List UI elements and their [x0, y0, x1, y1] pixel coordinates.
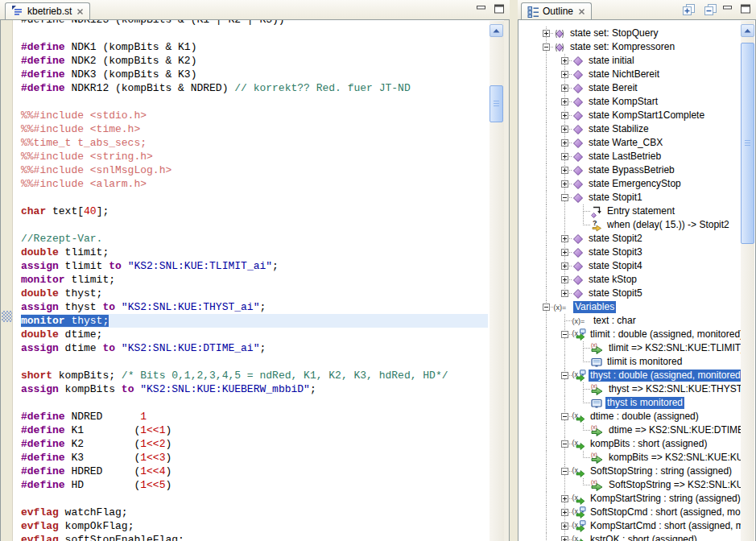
expander-icon[interactable]: [561, 440, 568, 448]
code-line[interactable]: monitor tlimit;: [21, 273, 488, 287]
expander-icon[interactable]: [561, 249, 568, 256]
outline-item[interactable]: state KompStart1Complete: [518, 109, 741, 122]
code-line[interactable]: //Rezept-Var.: [21, 232, 488, 246]
expand-all-icon[interactable]: [681, 2, 697, 17]
editor-scrollbar[interactable]: [490, 21, 504, 541]
outline-item[interactable]: state Stopit1: [518, 191, 741, 204]
code-line[interactable]: evflag watchFlag;: [21, 506, 488, 519]
code-line[interactable]: %%#include <alarm.h>: [21, 177, 488, 191]
code-line[interactable]: double thyst;: [21, 287, 488, 300]
code-line[interactable]: [21, 218, 488, 232]
code-line[interactable]: #define K3 (1<<3): [21, 451, 488, 465]
code-line[interactable]: short kompBits; /* Bits 0,1,2,3,4,5 = nd…: [21, 369, 488, 382]
code-line[interactable]: %%time_t t_abs_secs;: [21, 136, 488, 150]
expander-icon[interactable]: [561, 85, 568, 92]
code-line[interactable]: %%#include <string.h>: [21, 150, 488, 163]
code-line[interactable]: assign kompBits to "KS2:SNL:KUE:KUEBERW_…: [21, 382, 488, 396]
code-line[interactable]: #define HD (1<<5): [21, 478, 488, 492]
outline-item[interactable]: state Stabilize: [518, 122, 741, 136]
code-line[interactable]: %%#include <snlMsgLog.h>: [21, 163, 488, 177]
outline-item[interactable]: ?when (delay( 15.)) -> Stopit2: [518, 218, 741, 232]
outline-item[interactable]: (xdtime : double (assigned): [518, 410, 741, 423]
outline-item[interactable]: state EmergencyStop: [518, 177, 741, 191]
outline-item[interactable]: (xtlimit : double (assigned, monitored): [518, 328, 741, 341]
outline-item[interactable]: state KompStart: [518, 95, 741, 109]
outline-item[interactable]: state Bereit: [518, 81, 741, 95]
code-line[interactable]: [21, 492, 488, 506]
editor-tab[interactable]: kbetrieb.st: [5, 2, 90, 19]
expander-icon[interactable]: [561, 71, 568, 78]
outline-item[interactable]: (x)dtime => KS2:SNL:KUE:DTIME_ai: [518, 423, 741, 437]
outline-item[interactable]: state kStop: [518, 273, 741, 287]
code-line[interactable]: [21, 27, 488, 40]
code-line[interactable]: #define NDK1 (kompBits & K1): [21, 40, 488, 54]
code-line[interactable]: #define NDKR12 (kompBits & NDRED) // kor…: [21, 81, 488, 95]
outline-item[interactable]: state set: Kompressoren: [518, 40, 741, 54]
expander-icon[interactable]: [561, 290, 568, 297]
code-line[interactable]: %%#include <stdio.h>: [21, 109, 488, 122]
outline-item[interactable]: (xkstrOK : short (assigned): [518, 533, 741, 541]
outline-item[interactable]: (x)thyst => KS2:SNL:KUE:THYST_ai: [518, 382, 741, 396]
outline-scrollbar-thumb[interactable]: [741, 43, 754, 244]
code-line[interactable]: assign dtime to "KS2:SNL:KUE:DTIME_ai";: [21, 341, 488, 355]
expander-icon[interactable]: [561, 413, 568, 420]
expander-icon[interactable]: [561, 153, 568, 160]
code-line[interactable]: double tlimit;: [21, 246, 488, 259]
code-line[interactable]: assign thyst to "KS2:SNL:KUE:THYST_ai";: [21, 300, 488, 314]
close-icon[interactable]: [578, 8, 585, 15]
code-line[interactable]: [21, 396, 488, 410]
outline-item[interactable]: state Stopit5: [518, 287, 741, 300]
outline-item[interactable]: (x)=text : char: [518, 314, 741, 328]
outline-item[interactable]: state BypassBetrieb: [518, 163, 741, 177]
code-line[interactable]: #define NDRED 1: [21, 410, 488, 423]
outline-item[interactable]: (x)kompBits => KS2:SNL:KUE:KUEBERW_mbbiD: [518, 451, 741, 465]
outline-tree[interactable]: state set: StopQuerystate set: Kompresso…: [518, 27, 741, 541]
code-line[interactable]: #define K1 (1<<1): [21, 423, 488, 437]
outline-item[interactable]: tlimit is monitored: [518, 355, 741, 369]
scroll-up-icon[interactable]: [490, 24, 503, 37]
expander-icon[interactable]: [561, 235, 568, 242]
code-line[interactable]: char text[40];: [21, 204, 488, 218]
code-line[interactable]: double dtime;: [21, 328, 488, 341]
expander-icon[interactable]: [561, 126, 568, 133]
expander-icon[interactable]: [561, 98, 568, 105]
editor-gutter[interactable]: [1, 20, 13, 541]
minimize-editor-button[interactable]: [474, 3, 489, 14]
expander-icon[interactable]: [561, 180, 568, 188]
expander-icon[interactable]: [561, 112, 568, 119]
code-line[interactable]: [21, 191, 488, 204]
expander-icon[interactable]: [561, 194, 568, 201]
outline-scrollbar[interactable]: [741, 21, 754, 541]
expander-icon[interactable]: [561, 331, 568, 338]
code-line[interactable]: #define K2 (1<<2): [21, 437, 488, 451]
expander-icon[interactable]: [561, 495, 568, 502]
maximize-outline-button[interactable]: [738, 3, 753, 14]
outline-item[interactable]: state set: StopQuery: [518, 27, 741, 40]
expander-icon[interactable]: [561, 509, 568, 516]
outline-item[interactable]: Entry statement: [518, 204, 741, 218]
expander-icon[interactable]: [561, 57, 568, 64]
outline-item[interactable]: state Stopit2: [518, 232, 741, 246]
code-line[interactable]: #define HDRED (1<<4): [21, 465, 488, 478]
outline-item[interactable]: state LastBetrieb: [518, 150, 741, 163]
outline-item[interactable]: state Warte_CBX: [518, 136, 741, 150]
code-line[interactable]: evflag kompOkFlag;: [21, 519, 488, 533]
expander-icon[interactable]: [561, 468, 568, 475]
outline-item[interactable]: state Stopit3: [518, 246, 741, 259]
maximize-editor-button[interactable]: [492, 3, 506, 14]
outline-item[interactable]: (xSoftStopCmd : short (assigned, monitor…: [518, 506, 741, 519]
outline-item[interactable]: state Stopit4: [518, 259, 741, 273]
expander-icon[interactable]: [561, 536, 568, 541]
collapse-all-icon[interactable]: [703, 2, 719, 17]
outline-tab[interactable]: Outline: [521, 2, 592, 19]
outline-item[interactable]: (xkompBits : short (assigned): [518, 437, 741, 451]
expander-icon[interactable]: [561, 139, 568, 147]
expander-icon[interactable]: [561, 167, 568, 174]
expander-icon[interactable]: [543, 304, 550, 311]
code-line[interactable]: monitor thyst;: [21, 314, 488, 328]
close-icon[interactable]: [76, 8, 84, 15]
outline-item[interactable]: (x)tlimit => KS2:SNL:KUE:TLIMIT_ai: [518, 341, 741, 355]
outline-item[interactable]: (x)=Variables: [518, 300, 741, 314]
outline-item[interactable]: (xKompStartString : string (assigned): [518, 492, 741, 506]
editor-scrollbar-thumb[interactable]: [490, 85, 503, 122]
